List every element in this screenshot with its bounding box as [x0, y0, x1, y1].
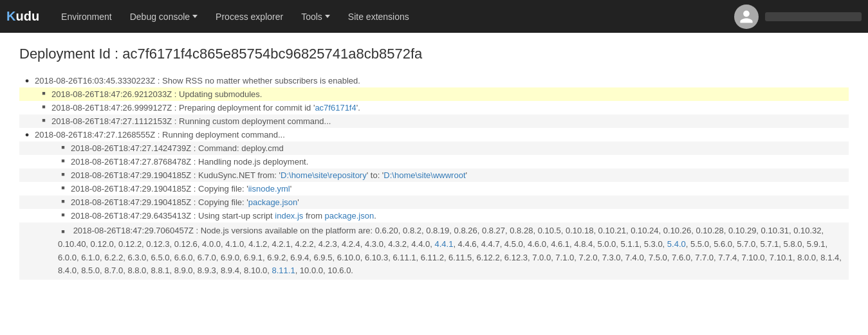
- nav-debug-console-label: Debug console: [130, 12, 190, 22]
- log-item: ■ 2018-08-26T18:47:27.1424739Z : Command…: [19, 141, 849, 155]
- nav-process-explorer[interactable]: Process explorer: [207, 0, 292, 33]
- bullet-square-icon: ■: [39, 117, 49, 123]
- log-timestamp: 2018-08-26T18:47:26.9999127Z: [51, 103, 172, 113]
- nav-debug-console[interactable]: Debug console: [121, 0, 207, 33]
- log-timestamp: 2018-08-26T18:47:27.8768478Z: [71, 157, 191, 167]
- node-version-link[interactable]: 5.4.0: [667, 239, 686, 249]
- log-item: ● 2018-08-26T16:03:45.3330223Z : Show RS…: [19, 74, 849, 87]
- log-message: : Updating submodules.: [174, 89, 263, 99]
- navbar: Kudu Environment Debug console Process e…: [0, 0, 868, 33]
- log-item: ■ 2018-08-26T18:47:27.8768478Z : Handlin…: [19, 155, 849, 168]
- navbar-right: [734, 5, 862, 29]
- tools-caret-icon: [325, 15, 330, 18]
- bullet-square-icon: ■: [58, 212, 68, 218]
- log-message: : Running deployment command...: [158, 130, 285, 140]
- nav-tools-label: Tools: [301, 12, 322, 22]
- log-timestamp: 2018-08-26T18:47:27.1268555Z: [35, 130, 155, 140]
- brand-logo[interactable]: Kudu: [6, 9, 39, 24]
- bullet-square-icon: ■: [39, 90, 49, 96]
- user-icon: [739, 9, 754, 24]
- nav-site-extensions-label: Site extensions: [348, 12, 409, 22]
- log-text: 2018-08-26T18:47:26.9999127Z : Preparing…: [51, 103, 360, 113]
- file-link[interactable]: package.json: [248, 197, 298, 207]
- log-item: ■ 2018-08-26T18:47:26.9212033Z : Updatin…: [19, 87, 849, 101]
- log-text: 2018-08-26T18:47:29.1904185Z : KuduSync.…: [71, 170, 467, 180]
- file-link[interactable]: iisnode.yml: [248, 184, 290, 194]
- commit-link[interactable]: ac7f6171f4: [315, 103, 356, 113]
- log-message: : Copying file: 'iisnode.yml': [194, 184, 291, 194]
- nav-environment-label: Environment: [61, 12, 112, 22]
- package-link[interactable]: package.json: [325, 211, 374, 221]
- log-timestamp: 2018-08-26T18:47:29.1904185Z: [71, 197, 191, 207]
- log-item: ■ 2018-08-26T18:47:26.9999127Z : Prepari…: [19, 101, 849, 114]
- username-display: [765, 12, 862, 21]
- nav-process-explorer-label: Process explorer: [216, 12, 283, 22]
- node-versions-block: ■ 2018-08-26T18:47:29.7060457Z : Node.js…: [19, 222, 849, 280]
- path-link[interactable]: D:\home\site\repository: [281, 170, 367, 180]
- log-message: : Handling node.js deployment.: [194, 157, 309, 167]
- bullet-square-icon: ■: [39, 104, 49, 110]
- bullet-square-icon: ■: [58, 158, 68, 164]
- log-message: : Copying file: 'package.json': [194, 197, 299, 207]
- log-text: 2018-08-26T18:47:27.1424739Z : Command: …: [71, 143, 284, 153]
- log-timestamp: 2018-08-26T18:47:27.1424739Z: [71, 143, 191, 153]
- log-item: ● 2018-08-26T18:47:27.1268555Z : Running…: [19, 128, 849, 141]
- nav-tools[interactable]: Tools: [292, 0, 339, 33]
- bullet-circle-icon: ●: [22, 131, 32, 138]
- bullet-square-icon: ■: [58, 227, 68, 236]
- log-timestamp: 2018-08-26T18:47:26.9212033Z: [51, 89, 172, 99]
- bullet-square-icon: ■: [58, 144, 68, 150]
- log-timestamp: 2018-08-26T18:47:29.6435413Z: [71, 211, 191, 221]
- log-text: 2018-08-26T18:47:27.1268555Z : Running d…: [35, 130, 285, 140]
- bullet-square-icon: ■: [58, 198, 68, 204]
- log-timestamp: 2018-08-26T18:47:27.1112153Z: [51, 116, 172, 126]
- log-item: ■ 2018-08-26T18:47:27.1112153Z : Running…: [19, 114, 849, 128]
- log-text: 2018-08-26T18:47:26.9212033Z : Updating …: [51, 89, 262, 99]
- log-message: : KuduSync.NET from: 'D:\home\site\repos…: [194, 170, 467, 180]
- log-text: 2018-08-26T18:47:29.1904185Z : Copying f…: [71, 184, 291, 194]
- debug-console-caret-icon: [192, 15, 198, 18]
- log-item: ■ 2018-08-26T18:47:29.1904185Z : KuduSyn…: [19, 168, 849, 182]
- log-item: ■ 2018-08-26T18:47:29.1904185Z : Copying…: [19, 195, 849, 209]
- log-text: 2018-08-26T18:47:27.8768478Z : Handling …: [71, 157, 308, 167]
- log-message: : Running custom deployment command...: [174, 116, 331, 126]
- log-timestamp: 2018-08-26T16:03:45.3330223Z: [35, 76, 155, 86]
- log-text: 2018-08-26T16:03:45.3330223Z : Show RSS …: [35, 76, 360, 86]
- nav-site-extensions[interactable]: Site extensions: [339, 0, 418, 33]
- log-text: 2018-08-26T18:47:29.1904185Z : Copying f…: [71, 197, 299, 207]
- main-content: Deployment Id : ac7f6171f4c865e85754bc96…: [0, 33, 868, 293]
- path-link-dest[interactable]: D:\home\site\wwwroot: [383, 170, 465, 180]
- nav-environment[interactable]: Environment: [52, 0, 121, 33]
- avatar[interactable]: [734, 5, 759, 29]
- deployment-id-heading: Deployment Id : ac7f6171f4c865e85754bc96…: [19, 46, 849, 62]
- log-item: ■ 2018-08-26T18:47:29.1904185Z : Copying…: [19, 182, 849, 195]
- log-timestamp: 2018-08-26T18:47:29.1904185Z: [71, 170, 191, 180]
- bullet-square-icon: ■: [58, 171, 68, 177]
- log-text: 2018-08-26T18:47:27.1112153Z : Running c…: [51, 116, 331, 126]
- log-message: : Preparing deployment for commit id 'ac…: [174, 103, 360, 113]
- log-timestamp: 2018-08-26T18:47:29.1904185Z: [71, 184, 191, 194]
- node-version-link[interactable]: 4.4.1: [434, 239, 453, 249]
- node-version-link[interactable]: 8.11.1: [272, 266, 295, 275]
- node-versions-timestamp: 2018-08-26T18:47:29.7060457Z: [73, 226, 194, 235]
- log-text: 2018-08-26T18:47:29.6435413Z : Using sta…: [71, 211, 376, 221]
- bullet-square-icon: ■: [58, 185, 68, 191]
- log-list: ● 2018-08-26T16:03:45.3330223Z : Show RS…: [19, 74, 849, 222]
- script-link[interactable]: index.js: [275, 211, 303, 221]
- log-item: ■ 2018-08-26T18:47:29.6435413Z : Using s…: [19, 209, 849, 222]
- log-message: : Using start-up script index.js from pa…: [194, 211, 376, 221]
- bullet-circle-icon: ●: [22, 77, 32, 84]
- log-message: : Show RSS no matter whether subscribers…: [158, 76, 360, 86]
- log-message: : Command: deploy.cmd: [194, 143, 284, 153]
